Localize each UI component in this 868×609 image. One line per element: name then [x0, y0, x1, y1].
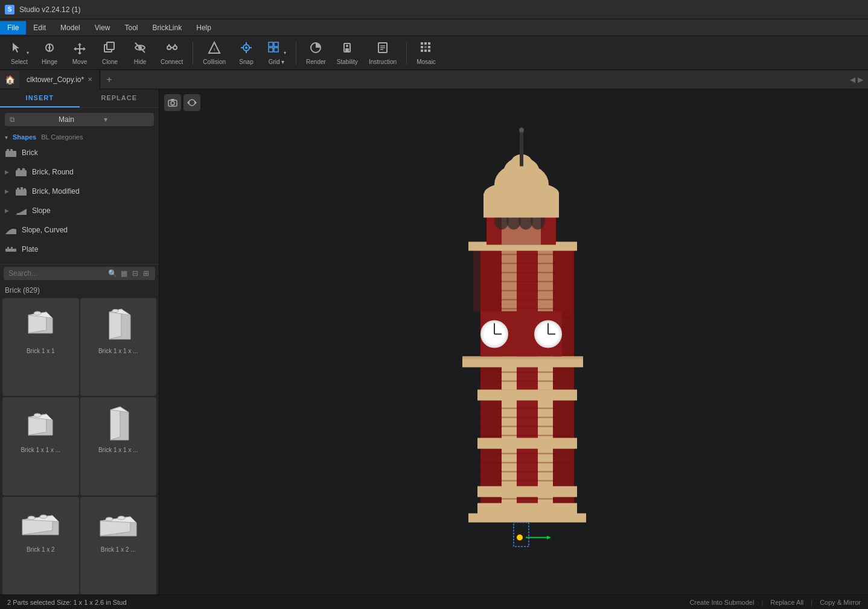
menu-edit[interactable]: Edit [26, 21, 53, 34]
svg-rect-42 [7, 149, 9, 151]
status-selection: 2 Parts selected Size: 1 x 1 x 2.6 in St… [7, 599, 127, 606]
select-icon [10, 41, 28, 57]
submodel-arrow: ▾ [104, 115, 149, 124]
toolbar-group-select: Select Hinge Move Clone Hide [5, 39, 188, 68]
menu-model[interactable]: Model [53, 21, 88, 34]
svg-point-63 [112, 310, 118, 313]
toolbar-divider-3 [406, 42, 407, 64]
menu-tool[interactable]: Tool [118, 21, 145, 34]
copy-mirror-button[interactable]: Copy & Mirror [820, 599, 861, 606]
new-tab-button[interactable]: + [100, 74, 118, 85]
menu-view[interactable]: View [88, 21, 118, 34]
instruction-button[interactable]: Instruction [364, 39, 401, 68]
rotate-button[interactable] [183, 94, 200, 111]
brick-modified-expand: ▶ [5, 188, 9, 194]
hinge-icon [43, 41, 56, 57]
part-brick-1x1-tall[interactable]: Brick 1 x 1 x ... [80, 298, 157, 396]
view-detail-btn[interactable]: ⊟ [131, 269, 139, 278]
collision-button[interactable]: ! Collision [198, 39, 231, 68]
svg-point-15 [245, 46, 247, 49]
view-grid-btn[interactable]: ⊞ [142, 269, 150, 278]
snap-icon [240, 41, 253, 57]
tab-replace[interactable]: REPLACE [80, 89, 159, 107]
svg-point-75 [40, 515, 47, 518]
category-divider [0, 264, 159, 264]
svg-rect-151 [468, 513, 586, 522]
clone-button[interactable]: Clone [95, 39, 124, 68]
hinge-label: Hinge [42, 59, 57, 65]
category-brick-round[interactable]: ▶ Brick, Round [0, 162, 159, 182]
stability-button[interactable]: Stability [332, 39, 363, 68]
nav-next[interactable]: ▶ [858, 75, 863, 84]
grid-button[interactable]: Grid ▾ [262, 39, 291, 68]
menu-bricklink[interactable]: BrickLink [145, 21, 190, 34]
slope-icon [15, 205, 27, 217]
category-plate[interactable]: Plate [0, 240, 159, 259]
snap-button[interactable]: Snap [232, 39, 261, 68]
tab-close-button[interactable]: ✕ [88, 76, 92, 83]
svg-rect-148 [520, 130, 523, 166]
status-actions: Create Into Submodel | Replace All | Cop… [689, 599, 861, 606]
category-slope[interactable]: ▶ Slope [0, 201, 159, 220]
hide-button[interactable]: Hide [126, 39, 155, 68]
mosaic-button[interactable]: Mosaic [412, 39, 441, 68]
connect-button[interactable]: Connect [156, 39, 188, 68]
menu-file[interactable]: File [0, 21, 26, 34]
svg-rect-155 [514, 522, 529, 546]
grid-icon [267, 41, 286, 57]
toolbar-divider-2 [296, 42, 296, 64]
view-list-btn[interactable]: ▦ [120, 269, 129, 278]
part-brick-1x1-tall2[interactable]: Brick 1 x 1 x ... [80, 397, 157, 495]
insert-replace-tabs: INSERT REPLACE [0, 89, 159, 108]
svg-rect-38 [421, 49, 423, 52]
svg-rect-120 [477, 438, 577, 448]
part-brick-1x2-var-thumb [94, 502, 142, 544]
svg-point-8 [173, 46, 177, 49]
svg-rect-23 [274, 48, 278, 52]
submodel-selector[interactable]: ⧉ Main ▾ [5, 113, 154, 126]
create-submodel-button[interactable]: Create Into Submodel [689, 599, 754, 606]
camera-button[interactable] [164, 94, 181, 111]
shapes-label[interactable]: Shapes [13, 133, 36, 141]
render-button[interactable]: Render [301, 39, 331, 68]
menu-help[interactable]: Help [189, 21, 219, 34]
brick-round-label: Brick, Round [32, 168, 74, 176]
bl-categories-label[interactable]: BL Categories [41, 133, 83, 141]
app-icon: S [5, 5, 14, 14]
shapes-header: ▾ Shapes BL Categories [0, 131, 159, 143]
search-bar: 🔍 ▦ ⊟ ⊞ [4, 267, 155, 280]
svg-rect-110 [480, 426, 574, 427]
part-brick-1x1[interactable]: Brick 1 x 1 [2, 298, 79, 396]
svg-text:!: ! [214, 47, 215, 53]
hinge-button[interactable]: Hinge [35, 39, 64, 68]
select-label: Select [11, 59, 28, 65]
category-list: Brick ▶ Brick, Round ▶ Brick, Modified [0, 143, 159, 264]
svg-rect-105 [480, 380, 574, 381]
hide-label: Hide [134, 59, 147, 65]
move-button[interactable]: Move [65, 39, 94, 68]
search-input[interactable] [8, 269, 106, 278]
home-button[interactable]: 🏠 [0, 70, 19, 89]
category-slope-curved[interactable]: Slope, Curved [0, 220, 159, 240]
brick-label: Brick [22, 148, 38, 157]
snap-label: Snap [239, 59, 253, 65]
category-brick-modified[interactable]: ▶ Brick, Modified [0, 182, 159, 201]
part-brick-1x1-short[interactable]: Brick 1 x 1 x ... [2, 397, 79, 495]
tab-insert[interactable]: INSERT [0, 89, 80, 107]
collision-label: Collision [203, 59, 226, 65]
svg-rect-26 [345, 48, 349, 52]
part-brick-1x2-var[interactable]: Brick 1 x 2 ... [80, 497, 157, 595]
svg-rect-37 [428, 46, 430, 48]
select-button[interactable]: Select [5, 39, 34, 68]
category-brick[interactable]: Brick [0, 143, 159, 162]
part-brick-1x2[interactable]: Brick 1 x 2 [2, 497, 79, 595]
tab-clktower[interactable]: clktower_Copy.io* ✕ [19, 70, 100, 89]
slope-label: Slope [32, 206, 51, 215]
svg-rect-113 [480, 453, 574, 454]
nav-prev[interactable]: ◀ [850, 75, 855, 84]
svg-rect-53 [5, 249, 16, 252]
part-brick-1x1-thumb [16, 303, 65, 345]
replace-all-button[interactable]: Replace All [770, 599, 803, 606]
parts-header: Brick (829) [0, 282, 159, 298]
svg-rect-118 [480, 498, 574, 499]
